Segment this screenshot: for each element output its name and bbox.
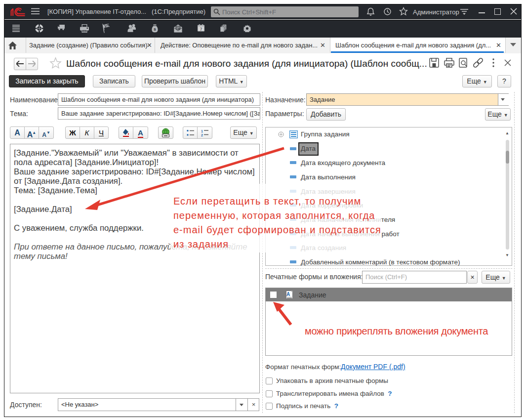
svg-text:2: 2 — [201, 133, 203, 137]
svg-text:1: 1 — [201, 129, 203, 133]
svg-text:7: 7 — [200, 27, 202, 32]
svg-text:A: A — [286, 292, 290, 297]
svg-text:s: s — [154, 27, 156, 32]
